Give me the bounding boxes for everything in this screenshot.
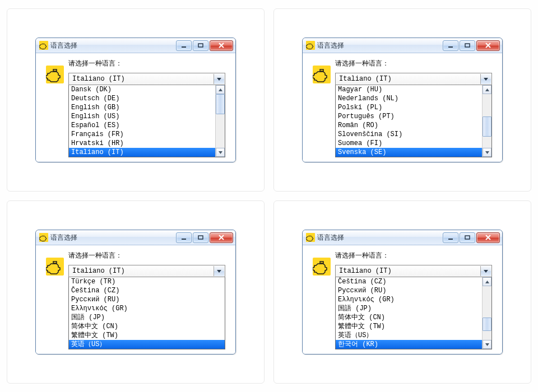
maximize-button[interactable] — [460, 40, 475, 51]
list-item[interactable]: 英语（US） — [69, 340, 225, 349]
close-button[interactable] — [476, 232, 500, 243]
language-combobox[interactable]: Italiano (IT) — [68, 265, 225, 277]
list-item[interactable]: Italiano (IT) — [69, 148, 215, 157]
svg-rect-3 — [182, 46, 186, 48]
scrollbar[interactable] — [215, 85, 225, 157]
scrollbar[interactable] — [482, 277, 491, 349]
chevron-down-icon[interactable] — [480, 266, 491, 276]
minimize-button[interactable] — [176, 40, 192, 51]
chevron-down-icon[interactable] — [214, 266, 224, 276]
scrollbar[interactable] — [482, 85, 491, 157]
chevron-down-icon[interactable] — [214, 74, 224, 84]
maximize-button[interactable] — [193, 232, 208, 243]
engine-icon — [313, 66, 331, 83]
list-item[interactable]: English (US) — [69, 112, 215, 121]
list-item[interactable]: 简体中文 (CN) — [69, 322, 225, 331]
list-item[interactable]: Nederlands (NL) — [336, 94, 482, 103]
list-item[interactable]: 한국어 (KR) — [336, 340, 482, 349]
list-item[interactable]: 国語 (JP) — [69, 313, 225, 322]
list-item[interactable]: Ελληνικός (GR) — [336, 295, 482, 304]
scroll-thumb[interactable] — [216, 94, 225, 114]
title-bar[interactable]: 语言选择 — [303, 38, 502, 53]
scroll-up-button[interactable] — [216, 85, 225, 94]
language-dialog: 语言选择 请选择一种语言： Italiano (IT) — [35, 38, 236, 162]
language-combobox[interactable]: Italiano (IT) — [335, 73, 492, 85]
list-item[interactable]: Deutsch (DE) — [69, 94, 215, 103]
maximize-button[interactable] — [193, 40, 208, 51]
window-buttons — [176, 40, 233, 51]
list-items: Magyar (HU) Nederlands (NL) Polski (PL) … — [336, 85, 482, 157]
list-item[interactable]: Русский (RU) — [336, 286, 482, 295]
close-button[interactable] — [210, 232, 233, 243]
list-item[interactable]: 国語 (JP) — [336, 304, 482, 313]
list-item[interactable]: 简体中文 (CN) — [336, 313, 482, 322]
engine-icon — [46, 258, 64, 276]
title-bar[interactable]: 语言选择 — [303, 230, 502, 245]
list-item[interactable]: Hrvatski (HR) — [69, 139, 215, 148]
list-item[interactable]: English (GB) — [69, 103, 215, 112]
scroll-thumb[interactable] — [483, 318, 491, 331]
list-item[interactable]: 繁體中文 (TW) — [69, 331, 225, 340]
svg-rect-5 — [448, 46, 453, 48]
list-item[interactable]: 繁體中文 (TW) — [336, 322, 482, 331]
scroll-track[interactable] — [216, 94, 225, 148]
language-combobox[interactable]: Italiano (IT) — [68, 73, 225, 85]
list-item[interactable]: Suomea (FI) — [336, 139, 482, 148]
list-item[interactable]: Svenska (SE) — [336, 148, 482, 157]
scroll-down-button[interactable] — [483, 148, 491, 157]
svg-rect-7 — [182, 239, 186, 240]
list-item[interactable]: Ελληνικός (GR) — [69, 304, 225, 313]
maximize-button[interactable] — [460, 232, 475, 243]
dialog-body: 请选择一种语言： Italiano (IT) Dansk (DK) Deutsc… — [36, 53, 235, 162]
minimize-button[interactable] — [443, 40, 458, 51]
scroll-track[interactable] — [483, 286, 491, 340]
combobox-value: Italiano (IT) — [72, 75, 125, 83]
close-button[interactable] — [210, 40, 233, 51]
window-title: 语言选择 — [50, 41, 176, 50]
scroll-track[interactable] — [483, 94, 491, 148]
language-combobox[interactable]: Italiano (IT) — [335, 265, 492, 277]
language-listbox[interactable]: Čeština (CZ) Русский (RU) Ελληνικός (GR)… — [335, 277, 492, 349]
panel-1: 语言选择 请选择一种语言： Italiano (IT) — [7, 8, 265, 192]
language-listbox[interactable]: Dansk (DK) Deutsch (DE) English (GB) Eng… — [68, 85, 225, 157]
window-title: 语言选择 — [50, 233, 176, 242]
language-listbox[interactable]: Magyar (HU) Nederlands (NL) Polski (PL) … — [335, 85, 492, 157]
prompt-label: 请选择一种语言： — [68, 59, 225, 68]
combobox-value: Italiano (IT) — [339, 267, 392, 275]
title-bar[interactable]: 语言选择 — [36, 38, 235, 53]
list-item[interactable]: Français (FR) — [69, 130, 215, 139]
scroll-up-button[interactable] — [483, 85, 491, 94]
list-item[interactable]: 英语（US） — [336, 331, 482, 340]
dialog-grid: 语言选择 请选择一种语言： Italiano (IT) — [7, 8, 531, 384]
scroll-thumb[interactable] — [483, 116, 491, 137]
scroll-down-button[interactable] — [216, 148, 225, 157]
svg-rect-10 — [465, 236, 470, 239]
prompt-label: 请选择一种语言： — [335, 59, 492, 68]
chevron-down-icon[interactable] — [480, 74, 491, 84]
list-item[interactable]: Čeština (CZ) — [69, 286, 225, 295]
list-item[interactable]: Español (ES) — [69, 121, 215, 130]
close-button[interactable] — [476, 40, 500, 51]
list-item[interactable]: Dansk (DK) — [69, 85, 215, 94]
list-item[interactable]: Português (PT) — [336, 112, 482, 121]
svg-rect-8 — [198, 236, 203, 239]
scroll-up-button[interactable] — [483, 277, 491, 286]
window-buttons — [176, 232, 233, 243]
list-item[interactable]: Čeština (CZ) — [336, 277, 482, 286]
language-dialog: 语言选择 请选择一种语言： Italiano (IT) — [302, 230, 503, 354]
list-item[interactable]: Русский (RU) — [69, 295, 225, 304]
list-item[interactable]: Polski (PL) — [336, 103, 482, 112]
scroll-down-button[interactable] — [483, 340, 491, 349]
list-item[interactable]: Magyar (HU) — [336, 85, 482, 94]
minimize-button[interactable] — [443, 232, 458, 243]
list-item[interactable]: Türkçe (TR) — [69, 277, 225, 286]
list-item[interactable]: Slovenščina (SI) — [336, 130, 482, 139]
svg-rect-9 — [448, 239, 453, 240]
language-listbox[interactable]: Türkçe (TR) Čeština (CZ) Русский (RU) Ελ… — [68, 277, 225, 349]
minimize-button[interactable] — [176, 232, 192, 243]
list-item[interactable]: Român (RO) — [336, 121, 482, 130]
dialog-body: 请选择一种语言： Italiano (IT) Magyar (HU) Neder… — [303, 53, 502, 162]
title-bar[interactable]: 语言选择 — [36, 230, 235, 245]
engine-icon — [306, 233, 315, 242]
list-items: Dansk (DK) Deutsch (DE) English (GB) Eng… — [69, 85, 215, 157]
